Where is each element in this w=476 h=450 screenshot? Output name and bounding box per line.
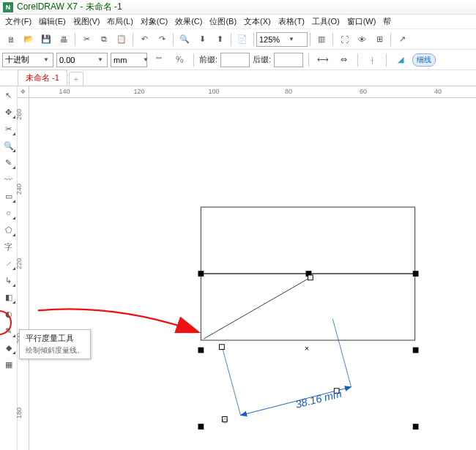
extension-line (332, 319, 351, 387)
menu-effect[interactable]: 效果(C) (172, 15, 205, 29)
fullscreen-icon[interactable]: ⛶ (335, 31, 353, 48)
selection-handle[interactable] (413, 424, 419, 430)
vertical-ruler[interactable]: 260 240 220 200 180 (18, 98, 29, 450)
parallel-dimension-tool-icon[interactable]: ⟋ (1, 256, 16, 271)
prefix-input[interactable] (220, 53, 250, 67)
tooltip-body: 绘制倾斜度量线。 (26, 345, 84, 356)
menu-tools[interactable]: 工具(O) (309, 15, 343, 29)
transparency-tool-icon[interactable]: ◐ (1, 307, 16, 321)
options-icon[interactable]: ⊞ (371, 31, 388, 48)
node-handle[interactable] (220, 345, 225, 350)
menu-help[interactable]: 帮 (380, 15, 394, 29)
connector-tool-icon[interactable]: ↳ (1, 273, 16, 288)
menu-layout[interactable]: 布局(L) (104, 15, 135, 29)
drop-shadow-icon[interactable]: ◧ (1, 290, 16, 304)
open-icon[interactable]: 📂 (20, 31, 37, 48)
standard-toolbar: 🗎 📂 💾 🖶 ✂ ⧉ 📋 ↶ ↷ 🔍 ⬇ ⬆ 📄 ▼ ▥ ⛶ 👁 ⊞ ↗ (0, 29, 476, 50)
preview-icon[interactable]: 👁 (353, 31, 371, 48)
publish-pdf-icon[interactable]: 📄 (234, 31, 251, 48)
import-icon[interactable]: ⬇ (193, 31, 211, 48)
show-units-icon[interactable]: "" (150, 52, 168, 68)
zoom-tool-icon[interactable]: 🔍 (1, 138, 16, 153)
print-icon[interactable]: 🖶 (55, 31, 72, 48)
ruler-origin-icon[interactable]: ✥ (18, 86, 29, 98)
zoom-input[interactable] (259, 35, 287, 44)
node-handle[interactable] (308, 275, 313, 280)
zoom-combo[interactable]: ▼ (256, 32, 308, 47)
menu-object[interactable]: 对象(C) (138, 15, 171, 29)
diagonal-line (204, 277, 310, 339)
menu-file[interactable]: 文件(F) (2, 15, 34, 29)
dynamic-icon[interactable]: ⇔ (335, 52, 352, 68)
menu-table[interactable]: 表格(T) (275, 15, 308, 29)
tool-tooltip: 平行度量工具 绘制倾斜度量线。 (19, 329, 91, 359)
separator (357, 53, 358, 67)
app-logo-icon: N (3, 2, 13, 12)
menu-edit[interactable]: 编辑(E) (36, 15, 69, 29)
menu-view[interactable]: 视图(V) (70, 15, 103, 29)
property-bar: ▼ ▼ ▼ "" ⁰⁄₀ 前缀: 后缀: ⟷ ⇔ ⟊ ◢ 细线 (0, 50, 476, 70)
rect-top (201, 207, 414, 274)
suffix-input[interactable] (274, 53, 303, 67)
eyedropper-icon[interactable]: ✎ (1, 323, 16, 338)
copy-icon[interactable]: ⧉ (95, 31, 113, 48)
dim-style-input[interactable] (5, 56, 42, 64)
menu-window[interactable]: 窗口(W) (344, 15, 379, 29)
launch-icon[interactable]: ↗ (393, 31, 411, 48)
freehand-tool-icon[interactable]: ✎ (1, 155, 16, 170)
artistic-media-icon[interactable]: 〰 (1, 172, 16, 187)
new-icon[interactable]: 🗎 (2, 31, 20, 48)
drawing-canvas[interactable]: × 38.16 mm (29, 98, 476, 450)
extension-line (222, 348, 240, 416)
dim-unit-input[interactable] (114, 56, 141, 64)
text-tool-icon[interactable]: 字 (1, 239, 16, 254)
snap-icon[interactable]: ▥ (313, 31, 330, 48)
title-bar: N CorelDRAW X7 - 未命名 -1 (0, 0, 476, 15)
dim-style-combo[interactable]: ▼ (2, 53, 53, 67)
shape-tool-icon[interactable]: ✥ (1, 105, 16, 119)
selection-handle[interactable] (198, 271, 204, 277)
dim-unit-combo[interactable]: ▼ (111, 53, 147, 67)
pick-tool-icon[interactable]: ↖ (1, 88, 16, 102)
separator (75, 33, 75, 46)
extension-line-icon[interactable]: ◢ (392, 52, 409, 68)
smart-fill-icon[interactable]: ▦ (1, 357, 16, 372)
polygon-tool-icon[interactable]: ⬠ (1, 222, 16, 237)
chevron-down-icon: ▼ (43, 56, 49, 63)
tooltip-title: 平行度量工具 (26, 333, 84, 344)
annotation-arrow (38, 309, 198, 331)
tab-add[interactable]: + (69, 72, 83, 86)
menu-bitmap[interactable]: 位图(B) (207, 15, 239, 29)
tab-document-1[interactable]: 未命名 -1 (18, 70, 67, 86)
menu-text[interactable]: 文本(X) (241, 15, 274, 29)
export-icon[interactable]: ⬆ (211, 31, 228, 48)
horizontal-ruler[interactable]: 140 120 100 80 60 40 (29, 86, 476, 98)
separator (308, 53, 309, 67)
selection-handle[interactable] (413, 348, 419, 353)
dim-precision-input[interactable] (59, 56, 96, 64)
redo-icon[interactable]: ↷ (153, 31, 171, 48)
search-icon[interactable]: 🔍 (176, 31, 193, 48)
ruler-tick: 80 (285, 88, 292, 95)
save-icon[interactable]: 💾 (37, 31, 55, 48)
dim-precision-combo[interactable]: ▼ (56, 53, 108, 67)
zero-icon[interactable]: ⁰⁄₀ (171, 52, 188, 68)
separator (332, 33, 333, 46)
separator (133, 33, 133, 46)
undo-icon[interactable]: ↶ (135, 31, 153, 48)
selection-handle[interactable] (198, 348, 204, 353)
rectangle-tool-icon[interactable]: ▭ (1, 189, 16, 203)
cut-icon[interactable]: ✂ (78, 31, 95, 48)
hairline-pill[interactable]: 细线 (412, 53, 436, 67)
selection-handle[interactable] (413, 271, 419, 277)
selection-handle[interactable] (198, 424, 204, 430)
window-title: CorelDRAW X7 - 未命名 -1 (17, 1, 122, 13)
ellipse-tool-icon[interactable]: ○ (1, 206, 16, 220)
separator (390, 33, 391, 46)
crop-tool-icon[interactable]: ✂ (1, 121, 16, 136)
text-position-icon[interactable]: ⟊ (363, 52, 381, 68)
interactive-fill-icon[interactable]: ◆ (1, 340, 16, 355)
paste-icon[interactable]: 📋 (113, 31, 130, 48)
leading-zero-icon[interactable]: ⟷ (314, 52, 332, 68)
ruler-tick: 240 (15, 184, 23, 195)
